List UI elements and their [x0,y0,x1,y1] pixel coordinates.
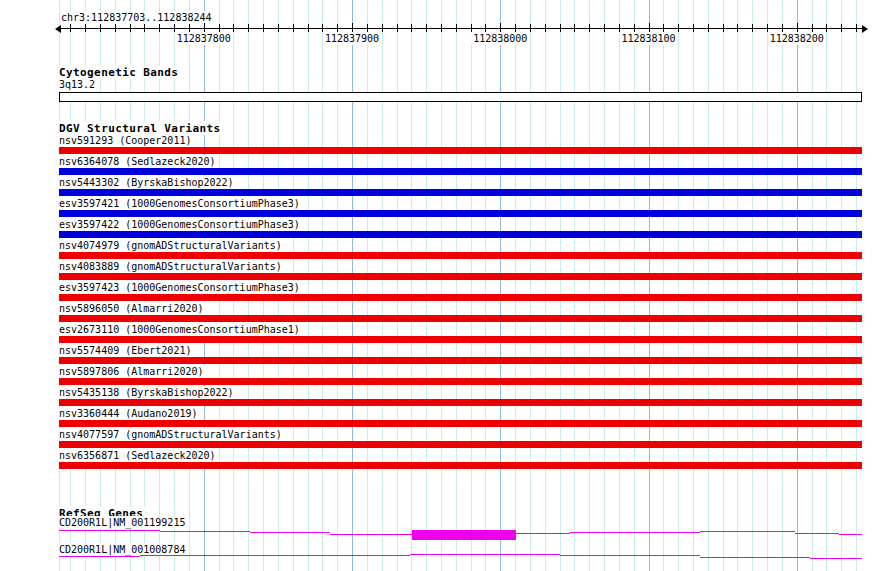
dgv-variant-label[interactable]: nsv5574409 (Ebert2021) [59,344,194,357]
track-title-cytogenetic-bands: Cytogenetic Bands [59,65,181,79]
gridline-minor [515,0,516,571]
ruler-left-arrow-icon [55,25,61,33]
transcript-line-segment [700,531,795,532]
region-label: chr3:112837703..112838244 [61,11,215,24]
transcript-label[interactable]: CD200R1L|NM_001199215 [59,516,188,529]
dgv-variant-bar[interactable] [59,378,862,385]
gridline-minor [812,0,813,571]
gridline-major [352,0,353,571]
gridline-minor [382,0,383,571]
ruler-tick-minor [159,24,160,32]
ruler-tick-minor [782,24,783,32]
ruler-tick-label: 112837800 [175,32,233,45]
dgv-variant-bar[interactable] [59,168,862,175]
dgv-variant-label[interactable]: nsv5443302 (ByrskaBishop2022) [59,176,237,189]
gridline-minor [856,0,857,571]
gridline-minor [337,0,338,571]
ruler-tick-minor [337,24,338,32]
gridline-minor [560,0,561,571]
dgv-variant-bar[interactable] [59,399,862,406]
ruler-tick-minor [812,24,813,32]
ruler-tick-minor [248,24,249,32]
gridline-major [649,0,650,571]
gridline-minor [708,0,709,571]
ruler-tick-minor [589,24,590,32]
dgv-variant-bar[interactable] [59,231,862,238]
ruler-tick-minor [737,24,738,32]
gridline-minor [723,0,724,571]
ruler-tick-minor [678,24,679,32]
ruler-tick-minor [189,24,190,32]
dgv-variant-label[interactable]: nsv591293 (Cooper2011) [59,134,194,147]
gridline-minor [471,0,472,571]
ruler-tick-minor [485,24,486,32]
dgv-variant-label[interactable]: nsv4077597 (gnomADStructuralVariants) [59,428,285,441]
ruler-tick-minor [708,24,709,32]
transcript-line-segment [140,555,410,556]
gridline-minor [397,0,398,571]
dgv-variant-label[interactable]: esv3597423 (1000GenomesConsortiumPhase3) [59,281,303,294]
dgv-variant-bar[interactable] [59,336,862,343]
transcript-line-segment [59,530,160,531]
transcript-line-segment [516,533,570,534]
ruler-tick-minor [841,24,842,32]
ruler-tick-minor [426,24,427,32]
cytoband-label[interactable]: 3q13.2 [59,78,98,91]
dgv-variant-bar[interactable] [59,189,862,196]
dgv-variant-label[interactable]: nsv5896050 (Almarri2020) [59,302,207,315]
ruler-tick-minor [723,24,724,32]
dgv-variant-label[interactable]: nsv4074979 (gnomADStructuralVariants) [59,239,285,252]
dgv-variant-bar[interactable] [59,294,862,301]
dgv-variant-label[interactable]: esv2673110 (1000GenomesConsortiumPhase1) [59,323,303,336]
gridline-minor [634,0,635,571]
dgv-variant-bar[interactable] [59,462,862,469]
dgv-variant-bar[interactable] [59,273,862,280]
ruler-tick-minor [752,24,753,32]
cytoband-glyph[interactable] [59,92,862,102]
ruler-tick-label: 112838200 [768,32,826,45]
dgv-variant-bar[interactable] [59,441,862,448]
ruler-tick-minor [322,24,323,32]
ruler-tick-minor [515,24,516,32]
ruler-tick-minor [263,24,264,32]
gridline-minor [767,0,768,571]
gridline-minor [367,0,368,571]
dgv-variant-label[interactable]: nsv5897806 (Almarri2020) [59,365,207,378]
gridline-minor [485,0,486,571]
ruler-tick-minor [115,24,116,32]
ruler-tick-minor [367,24,368,32]
dgv-variant-label[interactable]: nsv3360444 (Audano2019) [59,407,200,420]
dgv-variant-label[interactable]: nsv6356871 (Sedlazeck2020) [59,449,219,462]
ruler-tick-minor [308,24,309,32]
dgv-variant-label[interactable]: esv3597421 (1000GenomesConsortiumPhase3) [59,197,303,210]
ruler-tick-minor [856,24,857,32]
gridline-minor [308,0,309,571]
gridline-minor [530,0,531,571]
dgv-variant-label[interactable]: esv3597422 (1000GenomesConsortiumPhase3) [59,218,303,231]
ruler-tick-minor [278,24,279,32]
ruler-tick-minor [634,24,635,32]
dgv-variant-bar[interactable] [59,252,862,259]
ruler-tick-minor [293,24,294,32]
ruler-tick-minor [663,24,664,32]
dgv-variant-bar[interactable] [59,210,862,217]
dgv-variant-label[interactable]: nsv5435138 (ByrskaBishop2022) [59,386,237,399]
transcript-exon[interactable] [412,530,516,540]
gridline-minor [589,0,590,571]
dgv-variant-label[interactable]: nsv4083889 (gnomADStructuralVariants) [59,260,285,273]
ruler-tick-minor [219,24,220,32]
ruler-tick-minor [826,24,827,32]
gridline-minor [752,0,753,571]
dgv-variant-label[interactable]: nsv6364078 (Sedlazeck2020) [59,155,219,168]
ruler-tick-minor [70,24,71,32]
dgv-variant-bar[interactable] [59,147,862,154]
ruler-tick-minor [144,24,145,32]
dgv-variant-bar[interactable] [59,315,862,322]
genome-browser-panel: chr3:112837703..112838244 11283780011283… [0,0,890,571]
dgv-variant-bar[interactable] [59,420,862,427]
transcript-line-segment [570,532,700,533]
dgv-variant-bar[interactable] [59,357,862,364]
ruler-tick-minor [767,24,768,32]
gridline-minor [737,0,738,571]
gridline-minor [693,0,694,571]
